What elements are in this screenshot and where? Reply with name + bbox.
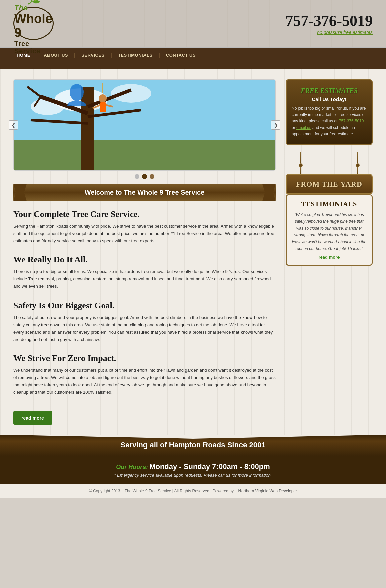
section-complete-care: Your Complete Tree Care Service. Serving… — [13, 209, 276, 245]
svg-rect-5 — [81, 87, 94, 170]
section-safety: Safety Is Our Biggest Goal. The safety o… — [13, 301, 276, 343]
nav-testimonials[interactable]: TESTIMONIALS — [112, 48, 159, 63]
free-estimates-email-link[interactable]: email us — [296, 125, 311, 130]
right-sidebar: FREE ESTIMATES Call Us Today! No job is … — [286, 79, 373, 425]
logo-the: The — [14, 4, 53, 12]
testimonials-text: "We're so glad Trevor and his crew has s… — [292, 211, 367, 252]
nav-about[interactable]: ABOUT US — [38, 48, 74, 63]
copyright-link[interactable]: Northern Virginia Web Developer — [238, 489, 297, 493]
free-estimates-title: FREE ESTIMATES — [292, 87, 367, 95]
phone-subtitle: no pressure free estimates — [285, 30, 373, 35]
nav-contact[interactable]: CONTACT US — [160, 48, 202, 63]
section-heading-3: Safety Is Our Biggest Goal. — [13, 301, 276, 311]
logo-area: 🌿 The Whole 9 Tree Service — [13, 7, 54, 40]
section-heading-1: Your Complete Tree Care Service. — [13, 209, 276, 219]
welcome-banner: Welcome to The Whole 9 Tree Service — [13, 184, 276, 201]
hours-section: Our Hours: Monday - Sunday 7:00am - 8:00… — [0, 456, 386, 484]
free-estimates-text: No job is too big or small for us. If yo… — [292, 105, 367, 137]
hours-time: Monday - Sunday 7:00am - 8:00pm — [149, 462, 270, 471]
nav-services[interactable]: SERVICES — [75, 48, 111, 63]
slider-dot-2[interactable] — [142, 174, 147, 179]
from-yard-container: FROM THE YARD — [286, 152, 373, 194]
testimonials-title: TESTIMONIALS — [292, 200, 367, 208]
footer-banner: Serving all of Hampton Roads Since 2001 — [0, 435, 386, 456]
copyright-text: © Copyright 2013 – The Whole 9 Tree Serv… — [89, 489, 237, 493]
section-body-1: Serving the Hampton Roads community with… — [13, 223, 276, 245]
hours-label: Our Hours: — [116, 464, 148, 470]
section-do-it-all: We Really Do It All. There is no job too… — [13, 255, 276, 290]
logo-whole9: Whole 9 — [14, 12, 53, 40]
slider-prev-button[interactable]: ❮ — [9, 120, 18, 130]
free-estimates-phone-link[interactable]: 757-376-5019 — [339, 119, 364, 123]
hours-row: Our Hours: Monday - Sunday 7:00am - 8:00… — [13, 462, 373, 471]
section-heading-4: We Strive For Zero Impact. — [13, 353, 276, 363]
slider-image — [14, 80, 275, 170]
phone-number[interactable]: 757-376-5019 — [285, 12, 373, 30]
read-more-button[interactable]: read more — [13, 411, 52, 425]
slider-next-button[interactable]: ❯ — [271, 120, 280, 130]
free-estimates-box: FREE ESTIMATES Call Us Today! No job is … — [286, 79, 373, 145]
slider-dot-1[interactable] — [135, 174, 139, 179]
svg-rect-1 — [14, 140, 275, 170]
left-content: ❮ — [13, 79, 276, 425]
section-body-3: The safety of our crew and your property… — [13, 314, 276, 343]
footer-banner-title: Serving all of Hampton Roads Since 2001 — [13, 441, 373, 449]
image-slider: ❮ — [13, 79, 276, 171]
from-yard-sign: FROM THE YARD — [286, 174, 373, 194]
section-body-4: We understand that many of our customers… — [13, 367, 276, 396]
svg-point-12 — [99, 94, 107, 102]
svg-point-3 — [111, 84, 151, 103]
phone-area: 757-376-5019 no pressure free estimates — [285, 12, 373, 35]
main-layout: ❮ — [0, 69, 386, 435]
testimonials-box: TESTIMONIALS "We're so glad Trevor and h… — [286, 194, 373, 266]
navigation: HOME | ABOUT US | SERVICES | TESTIMONIAL… — [0, 48, 386, 63]
nav-bottom-decoration — [0, 63, 386, 69]
header: 🌿 The Whole 9 Tree Service 757-376-5019 … — [0, 0, 386, 48]
slider-dot-3[interactable] — [150, 174, 154, 179]
testimonials-read-more-link[interactable]: read more — [292, 255, 367, 260]
section-zero-impact: We Strive For Zero Impact. We understand… — [13, 353, 276, 396]
section-heading-2: We Really Do It All. — [13, 255, 276, 265]
free-estimates-subtitle: Call Us Today! — [292, 96, 367, 102]
slider-dots — [13, 174, 276, 179]
copyright: © Copyright 2013 – The Whole 9 Tree Serv… — [0, 484, 386, 498]
svg-rect-13 — [100, 102, 106, 112]
nav-home[interactable]: HOME — [17, 48, 36, 63]
section-body-2: There is no job too big or small for us.… — [13, 268, 276, 290]
hours-note: * Emergency service available upon reque… — [13, 473, 373, 478]
logo-circle: 🌿 The Whole 9 Tree Service — [13, 7, 54, 40]
